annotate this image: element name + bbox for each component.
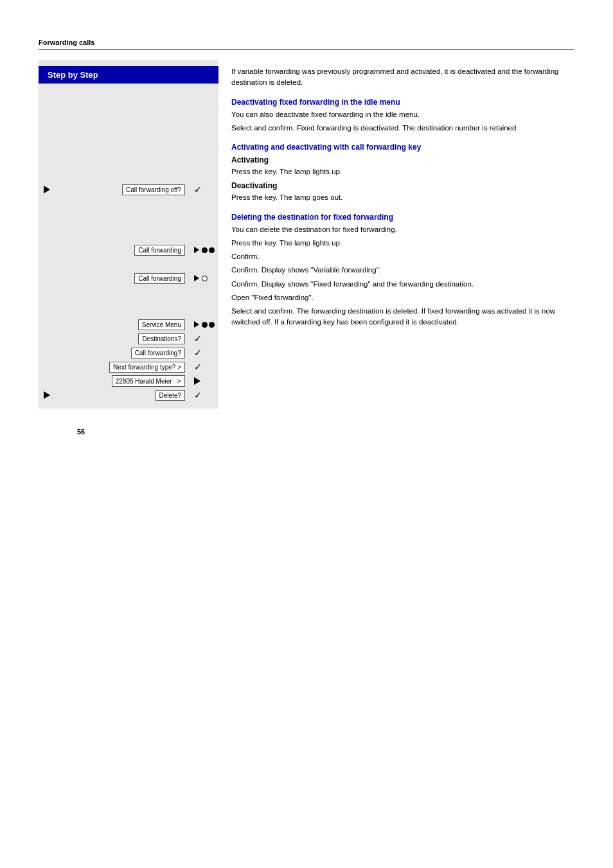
check-icon: ✓ bbox=[194, 184, 202, 195]
deactivating-text: You can also deactivate fixed forwarding… bbox=[231, 109, 562, 120]
deleting-heading: Deleting the destination for fixed forwa… bbox=[231, 213, 562, 222]
meier-row: 22805 Harald Meier > bbox=[39, 374, 218, 388]
call-fwd-deactivate-row: Call forwarding bbox=[39, 271, 218, 285]
activating-text: Press the key. The lamp lights up. bbox=[231, 166, 562, 177]
intro-section: If variable forwarding was previously pr… bbox=[231, 66, 562, 89]
call-fwd-activate-row: Call forwarding bbox=[39, 243, 218, 257]
service-menu-text: Press the key. The lamp lights up. bbox=[231, 238, 562, 249]
delete-bullet bbox=[44, 391, 50, 399]
destinations-confirm: Confirm. bbox=[231, 251, 562, 262]
deleting-text: You can delete the destination for fixed… bbox=[231, 224, 562, 235]
destinations-label: Destinations? bbox=[138, 333, 185, 344]
call-fwd3-check: ✓ bbox=[194, 348, 202, 358]
right-column: If variable forwarding was previously pr… bbox=[218, 60, 574, 409]
delete-check: ✓ bbox=[194, 390, 202, 400]
double-filled-icon bbox=[194, 247, 215, 253]
page-header: Forwarding calls bbox=[39, 39, 574, 49]
destinations-check: ✓ bbox=[194, 333, 202, 344]
left-column: Step by Step Call forwarding off? ✓ bbox=[39, 60, 218, 409]
service-menu-label: Service Menu bbox=[138, 319, 185, 330]
delete-row: Delete? ✓ bbox=[39, 388, 218, 402]
single-half-icon bbox=[194, 275, 208, 281]
call-fwd3-label: Call forwarding? bbox=[131, 348, 185, 359]
header-title: Forwarding calls bbox=[39, 39, 94, 46]
activating-sub: Activating bbox=[231, 155, 562, 164]
destinations-row: Destinations? ✓ bbox=[39, 332, 218, 346]
page: Forwarding calls Step by Step Call forwa… bbox=[0, 0, 613, 474]
call-fwd1-label: Call forwarding bbox=[134, 245, 185, 256]
bullet-arrow bbox=[44, 186, 50, 193]
page-number: 56 bbox=[39, 428, 574, 436]
activating-heading: Activating and deactivating with call fo… bbox=[231, 143, 562, 152]
service-menu-icon bbox=[194, 321, 215, 328]
meier-label: 22805 Harald Meier > bbox=[112, 375, 185, 387]
call-fwd-off-text: Select and confirm. Fixed forwarding is … bbox=[231, 123, 562, 134]
deactivating-section: Deactivating fixed forwarding in the idl… bbox=[231, 98, 562, 134]
call-fwd-confirm: Confirm. Display shows "Variable forward… bbox=[231, 265, 562, 276]
service-menu-row: Service Menu bbox=[39, 317, 218, 332]
next-fwd-row: Next forwarding type? > ✓ bbox=[39, 360, 218, 374]
open-fixed-text: Open "Fixed forwarding". bbox=[231, 292, 562, 303]
intro-text: If variable forwarding was previously pr… bbox=[231, 66, 562, 89]
next-fwd-confirm: Confirm. Display shows "Fixed forwarding… bbox=[231, 279, 562, 290]
next-fwd-label: Next forwarding type? > bbox=[109, 362, 185, 373]
delete-label: Delete? bbox=[155, 390, 185, 401]
deactivating-key-text: Press the key. The lamp goes out. bbox=[231, 192, 562, 203]
deactivating-sub: Deactivating bbox=[231, 181, 562, 190]
delete-confirm: Select and confirm. The forwarding desti… bbox=[231, 306, 562, 328]
deleting-section: Deleting the destination for fixed forwa… bbox=[231, 213, 562, 328]
content-area: Step by Step Call forwarding off? ✓ bbox=[39, 60, 574, 409]
next-fwd-check: ✓ bbox=[194, 362, 202, 372]
call-fwd2-label: Call forwarding bbox=[134, 273, 185, 284]
deactivating-heading: Deactivating fixed forwarding in the idl… bbox=[231, 98, 562, 107]
call-fwd3-row: Call forwarding? ✓ bbox=[39, 346, 218, 360]
call-fwd-off-label: Call forwarding off? bbox=[122, 184, 185, 195]
call-fwd-off-row: Call forwarding off? ✓ bbox=[39, 182, 218, 197]
step-by-step-header: Step by Step bbox=[39, 66, 218, 84]
meier-arrow bbox=[194, 377, 200, 385]
activating-section: Activating and deactivating with call fo… bbox=[231, 143, 562, 204]
